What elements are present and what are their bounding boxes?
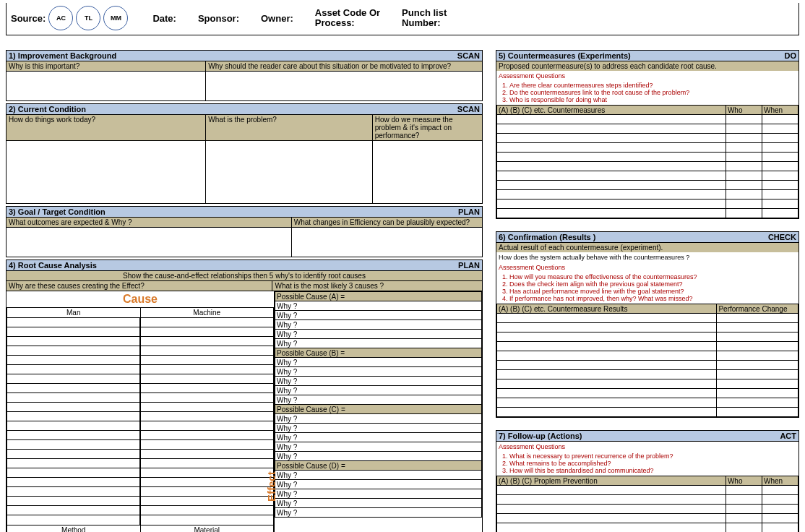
punch-line1: Punch list [402,7,447,18]
section-2-header: 2) Current Condition SCAN [7,104,482,115]
s5-col-when: When [762,106,798,115]
fish-top-man: Man [7,308,141,317]
source-label: Source: [11,13,46,24]
top-bar: Source: AC TL MM Date: Sponsor: Owner: A… [6,3,799,35]
why-cell[interactable]: Why ? [275,471,482,480]
s7-table[interactable]: (A) (B) (C) Proplem Prevention Who When [496,476,798,532]
s3-body[interactable] [7,228,482,257]
table-row [497,389,798,398]
why-cell[interactable]: Why ? [275,367,482,377]
section-7-title: 7) Follow-up (Actions) [499,432,582,440]
table-row [497,514,798,523]
effect-label: Effect [265,471,277,502]
s6-table[interactable]: (A) (B) (C) etc. Countermeasure Results … [496,304,798,417]
why-cell[interactable]: Why ? [275,395,482,405]
cause-a-label: Possible Cause (A) = [275,292,482,301]
why-cell[interactable]: Why ? [275,480,482,489]
a3-template-page: Source: AC TL MM Date: Sponsor: Owner: A… [0,0,805,532]
why-cell[interactable]: Why ? [275,311,482,320]
why-table[interactable]: Possible Cause (A) = Why ? Why ? Why ? W… [275,291,482,518]
why-cell[interactable]: Why ? [275,301,482,311]
s1-q2: Why should the reader care about this si… [206,61,482,71]
source-circle-mm[interactable]: MM [103,6,128,30]
s6-sub: Actual result of each countermeasure (ex… [496,243,798,252]
section-2-title: 2) Current Condition [9,105,86,113]
asset-code-label: Asset Code Or Process: [315,8,380,29]
five-whys-column: Possible Cause (A) = Why ? Why ? Why ? W… [274,291,482,532]
section-6-tag: CHECK [768,233,796,241]
section-4: 4) Root Cause Analysis PLAN Show the cau… [6,259,483,532]
why-cell[interactable]: Why ? [275,386,482,395]
s5-table[interactable]: (A) (B) (C) etc. Countermeasures Who Whe… [496,105,798,218]
table-row [497,398,798,408]
section-4-header: 4) Root Cause Analysis PLAN [7,260,482,271]
table-row [497,200,798,209]
punchlist-label: Punch list Number: [402,8,447,29]
table-row [497,379,798,389]
section-6-header: 6) Confirmation (Results ) CHECK [496,232,798,243]
s3-q1: What outcomes are expected & Why ? [7,218,292,227]
cause-label: Cause [7,293,274,306]
cause-b-label: Possible Cause (B) = [275,348,482,358]
s5-assess-2: Do the countermeasures link to the root … [509,89,798,96]
s7-col-when: When [762,476,798,486]
why-cell[interactable]: Why ? [275,489,482,499]
why-cell[interactable]: Why ? [275,339,482,348]
why-cell[interactable]: Why ? [275,499,482,508]
fishbone-grid[interactable] [7,317,274,525]
section-2-tag: SCAN [457,105,480,113]
s6-col-main: (A) (B) (C) etc. Countermeasure Results [497,304,717,314]
section-5-tag: DO [785,51,797,60]
s5-assess-title: Assessment Questions [496,71,798,81]
s2-q2: What is the problem? [206,115,372,140]
why-cell[interactable]: Why ? [275,320,482,330]
asset-line1: Asset Code Or [315,7,380,18]
section-4-tag: PLAN [458,261,480,270]
s5-col-who: Who [726,106,762,115]
section-5-header: 5) Countermeasures (Experiments) DO [496,51,798,61]
section-7-header: 7) Follow-up (Actions) ACT [496,431,798,442]
s6-assess-2: Does the check item align with the previ… [509,280,798,288]
table-row [497,408,798,417]
why-cell[interactable]: Why ? [275,433,482,442]
table-row [497,523,798,533]
s4-qright: What is the most likely 3 causes ? [272,281,482,291]
section-2: 2) Current Condition SCAN How do things … [6,103,483,204]
fishbone-spine [139,318,141,525]
section-3: 3) Goal / Target Condition PLAN What out… [6,206,483,257]
section-1: 1) Improvement Background SCAN Why is th… [6,50,483,101]
source-circle-ac[interactable]: AC [48,6,73,30]
why-cell[interactable]: Why ? [275,358,482,367]
fish-top-headers: Man Machine [7,307,274,317]
fishbone-area: Cause Man Machine [7,291,274,532]
owner-label: Owner: [261,13,293,24]
why-cell[interactable]: Why ? [275,508,482,518]
source-circle-tl[interactable]: TL [76,6,100,30]
why-cell[interactable]: Why ? [275,442,482,452]
why-cell[interactable]: Why ? [275,330,482,339]
s2-q1: How do things work today? [7,115,206,140]
section-1-header: 1) Improvement Background SCAN [7,51,482,61]
why-cell[interactable]: Why ? [275,414,482,424]
table-row [497,162,798,171]
why-cell[interactable]: Why ? [275,424,482,433]
s5-col-main: (A) (B) (C) etc. Countermeasures [497,106,726,115]
cause-c-label: Possible Cause (C) = [275,405,482,414]
s7-assess-list: What is necessary to prevent recurrence … [509,452,798,474]
why-cell[interactable]: Why ? [275,377,482,386]
s3-q2: What changes in Efficiency can be plausi… [292,218,482,227]
s5-assess-1: Are there clear countermeasures steps id… [509,82,798,89]
why-cell[interactable]: Why ? [275,452,482,461]
s7-col-main: (A) (B) (C) Proplem Prevention [497,476,726,486]
s6-assess-1: How will you measure the effectiveness o… [509,273,798,280]
asset-line2: Process: [315,17,355,28]
section-3-title: 3) Goal / Target Condition [9,207,106,216]
s1-body[interactable] [7,72,482,100]
section-1-title: 1) Improvement Background [9,51,116,60]
section-5: 5) Countermeasures (Experiments) DO Prop… [496,50,799,219]
table-row [497,495,798,505]
s5-sub: Proposed countermeasure(s) to address ea… [496,61,798,71]
table-row [497,124,798,134]
s2-body[interactable] [7,141,482,203]
table-row [497,190,798,200]
